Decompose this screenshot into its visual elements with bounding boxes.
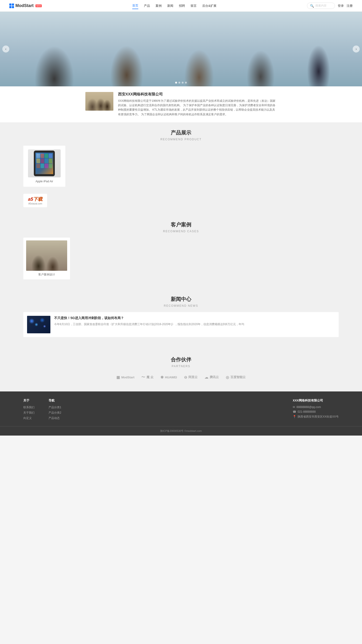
cases-grid: 客户案例设计 — [0, 238, 362, 284]
partner-aliyun[interactable]: ⊖ 阿里云 — [184, 375, 198, 380]
product-image-ipad — [28, 150, 61, 178]
hero-dot-4[interactable] — [185, 82, 187, 84]
company-image — [85, 92, 113, 111]
nav-item-products[interactable]: 产品 — [144, 3, 150, 9]
case-image-inner-1 — [26, 240, 67, 271]
hero-dot-2[interactable] — [178, 82, 180, 84]
cases-title: 客户案例 — [0, 221, 362, 228]
partner-tencent-name: 腾讯云 — [210, 375, 219, 379]
footer-define-link[interactable]: 向定义 — [23, 416, 34, 420]
hero-next-button[interactable]: › — [353, 46, 360, 52]
main-nav: 首页 产品 案例 新闻 招聘 留言 后台&扩展 — [132, 2, 216, 9]
nav-item-backend[interactable]: 后台&扩展 — [202, 3, 216, 9]
nav-item-cases[interactable]: 案例 — [156, 3, 162, 9]
partner-baidu-name: 百度智能云 — [230, 375, 246, 379]
products-section: 产品展示 RECOMMEND PRODUCT — [0, 122, 362, 214]
hero-banner: ‹ › — [0, 12, 362, 86]
a5-badge-wrapper: a5下载 A5xiazai.com — [0, 192, 362, 210]
a5-logo-text: a5下载 — [28, 196, 42, 202]
partners-section: 合作伙伴 PARTNERS ▦ ModStart 〜 魔 众 ✾ HUAWEI … — [0, 349, 362, 392]
nav-item-messages[interactable]: 留言 — [191, 3, 197, 9]
partner-mozhong[interactable]: 〜 魔 众 — [141, 375, 153, 380]
ipad-shape — [34, 150, 55, 176]
hero-dots — [175, 82, 187, 84]
partner-baidu-icon: ◎ — [226, 375, 229, 380]
hero-background — [0, 12, 362, 86]
cases-subtitle: RECOMMEND CASES — [0, 230, 362, 233]
news-section-title: 新闻中心 RECOMMEND NEWS — [0, 289, 362, 312]
product-card-ipad[interactable]: Apple iPad Air — [23, 146, 65, 187]
footer-product-cat1-link[interactable]: 产品分类1 — [48, 406, 61, 410]
news-title: 新闻中心 — [0, 296, 362, 303]
news-section: 新闻中心 RECOMMEND NEWS 不只是快！5G进入商用冲刺阶段，该如何布… — [0, 289, 362, 349]
partner-tencent-icon: ☁ — [205, 375, 208, 380]
footer-nav-title: 导航 — [48, 398, 61, 403]
partner-mozhong-icon: 〜 — [141, 375, 145, 380]
footer-about-col: 关于 联系我们 关于我们 向定义 — [23, 398, 34, 422]
search-icon: 🔍 — [310, 4, 314, 8]
news-list: 不只是快！5G进入商用冲刺阶段，该如何布局？ 今年8月10日，工信部、国家发改委… — [0, 312, 362, 344]
nav-item-news[interactable]: 新闻 — [167, 3, 173, 9]
cases-section: 客户案例 RECOMMEND CASES 客户案例设计 — [0, 214, 362, 289]
products-subtitle: RECOMMEND PRODUCT — [0, 138, 362, 141]
company-name: 西安XXX网络科技有限公司 — [118, 92, 277, 97]
case-card-1[interactable]: 客户案例设计 — [23, 238, 70, 280]
phone-icon: ☎ — [293, 410, 296, 414]
address-icon: 📍 — [293, 415, 296, 418]
logo-grid-icon — [9, 4, 14, 8]
news-item-1[interactable]: 不只是快！5G进入商用冲刺阶段，该如何布局？ 今年8月10日，工信部、国家发改委… — [23, 312, 339, 337]
news-image-inner-1 — [27, 316, 50, 333]
footer-nav-col: 导航 产品分类1 产品分类2 产品动态 — [48, 398, 61, 422]
partner-baidu[interactable]: ◎ 百度智能云 — [226, 375, 246, 380]
nav-item-jobs[interactable]: 招聘 — [179, 3, 185, 9]
footer-bottom: 陕ICP备20000530号 ©modstart.com — [0, 426, 362, 436]
partner-tencent[interactable]: ☁ 腾讯云 — [205, 375, 219, 380]
header: ModStart NEW 首页 产品 案例 新闻 招聘 留言 后台&扩展 🔍 搜… — [0, 0, 362, 12]
hero-dot-3[interactable] — [182, 82, 184, 84]
footer-address: 📍 陕西省西安市西安区XX街道XX号 — [293, 415, 339, 419]
footer-about-us-link[interactable]: 关于我们 — [23, 411, 34, 415]
logo-text: ModStart — [15, 3, 33, 8]
hero-image — [0, 12, 362, 86]
products-section-title: 产品展示 RECOMMEND PRODUCT — [0, 122, 362, 146]
news-item-title-1: 不只是快！5G进入商用冲刺阶段，该如何布局？ — [54, 316, 244, 320]
partner-huawei-icon: ✾ — [160, 375, 163, 380]
products-grid: Apple iPad Air — [0, 146, 362, 192]
footer: 关于 联系我们 关于我们 向定义 导航 产品分类1 产品分类2 产品动态 XXX… — [0, 392, 362, 426]
hero-prev-button[interactable]: ‹ — [2, 46, 9, 52]
partner-huawei[interactable]: ✾ HUAWEI — [160, 375, 177, 380]
ipad-screen — [35, 153, 53, 174]
footer-product-news-link[interactable]: 产品动态 — [48, 416, 61, 420]
company-section: 西安XXX网络科技有限公司 XXX网络科技有限公司是于1966年为了通过试验评价… — [0, 86, 362, 122]
email-icon: ✉ — [293, 406, 295, 409]
logo-badge: NEW — [35, 4, 42, 7]
partner-modstart[interactable]: ▦ ModStart — [116, 375, 134, 380]
login-button[interactable]: 登录 — [338, 4, 344, 8]
partner-modstart-name: ModStart — [121, 376, 134, 379]
partner-modstart-icon: ▦ — [116, 375, 120, 380]
partners-section-title: 合作伙伴 PARTNERS — [0, 349, 362, 372]
company-info: 西安XXX网络科技有限公司 XXX网络科技有限公司是于1966年为了通过试验评价… — [118, 92, 277, 117]
partner-aliyun-name: 阿里云 — [188, 375, 198, 379]
footer-product-cat2-link[interactable]: 产品分类2 — [48, 411, 61, 415]
register-button[interactable]: 注册 — [347, 4, 353, 8]
a5-sub-text: A5xiazai.com — [28, 202, 42, 205]
news-image-1 — [27, 316, 50, 333]
nav-item-home[interactable]: 首页 — [132, 2, 138, 9]
footer-contact-us-link[interactable]: 联系我们 — [23, 406, 34, 410]
company-description: XXX网络科技有限公司是于1966年为了通过试验评价技术的支援以提高产业技术而成… — [118, 99, 277, 117]
hero-dot-1[interactable] — [175, 82, 177, 84]
footer-phone: ☎ 021-88888888 — [293, 410, 339, 414]
a5-badge[interactable]: a5下载 A5xiazai.com — [23, 194, 47, 207]
partners-subtitle: PARTNERS — [0, 364, 362, 368]
footer-email: ✉ 88888888@qq.com — [293, 406, 339, 409]
search-box[interactable]: 🔍 搜索内容 — [307, 2, 335, 9]
case-image-1 — [26, 240, 67, 271]
company-image-inner — [85, 92, 113, 111]
news-subtitle: RECOMMEND NEWS — [0, 304, 362, 308]
logo[interactable]: ModStart NEW — [9, 3, 42, 8]
news-content-1: 不只是快！5G进入商用冲刺阶段，该如何布局？ 今年8月10日，工信部、国家发改委… — [54, 316, 244, 333]
partner-mozhong-name: 魔 众 — [146, 375, 153, 379]
case-name-1: 客户案例设计 — [26, 273, 67, 276]
search-placeholder: 搜索内容 — [315, 4, 327, 8]
